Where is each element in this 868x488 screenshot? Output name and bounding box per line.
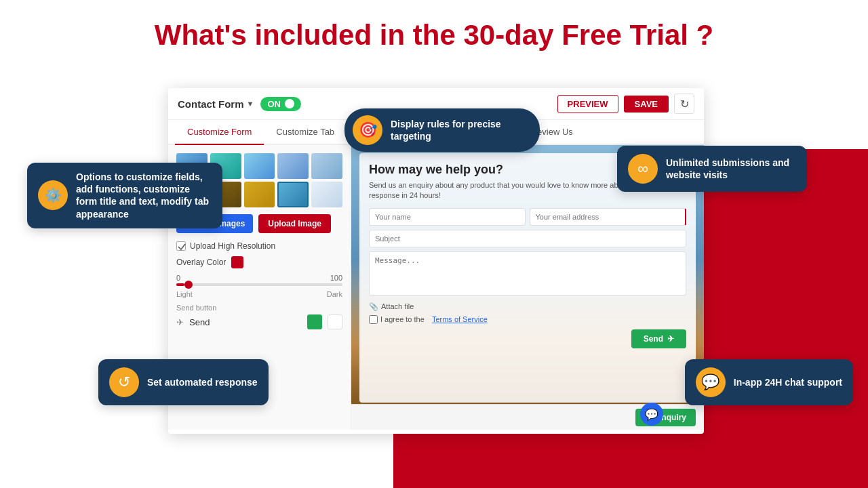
callout-display-rules: 🎯 Display rules for precise targeting: [344, 108, 540, 152]
upload-hires-label: Upload High Resolution: [190, 241, 275, 251]
automated-icon: ↺: [109, 367, 139, 397]
dark-label: Dark: [327, 290, 342, 298]
slider-fill: [176, 283, 184, 286]
send-color-green[interactable]: [307, 314, 322, 329]
paperclip-icon: 📎: [369, 302, 378, 311]
automated-text: Set automated response: [147, 376, 258, 388]
bottom-bar: 💬 ✉ Enquiry: [351, 404, 704, 430]
form-subject-row: [369, 230, 686, 247]
overlay-label: Overlay Color: [176, 258, 226, 267]
terms-row: I agree to the Terms of Service: [369, 315, 686, 324]
display-rules-icon: 🎯: [353, 115, 382, 145]
send-button-label: Send button: [176, 304, 342, 312]
terms-checkbox[interactable]: [369, 315, 378, 324]
img-cell-5[interactable]: [311, 153, 342, 179]
toggle-circle: [285, 99, 294, 108]
callout-automated: ↺ Set automated response: [98, 359, 269, 405]
unlimited-icon: ∞: [628, 154, 658, 184]
slider-labels: 0 100: [176, 274, 342, 282]
light-dark-row: Light Dark: [176, 290, 342, 298]
customize-icon: ⚙️: [38, 180, 68, 210]
tab-customize-form[interactable]: Customize Form: [175, 120, 264, 145]
display-rules-text: Display rules for precise targeting: [391, 118, 526, 142]
img-cell-10[interactable]: [311, 182, 342, 207]
light-label: Light: [176, 290, 193, 298]
chevron-down-icon: ▼: [247, 100, 254, 108]
email-input[interactable]: [530, 208, 687, 226]
attach-label: Attach file: [381, 302, 414, 310]
slider-row: 0 100: [176, 274, 342, 286]
unlimited-text: Unlimited submissions and website visits: [666, 157, 796, 181]
send-button-section: Send button ✈ Send: [176, 304, 342, 329]
overlay-color-swatch[interactable]: [231, 256, 243, 268]
form-send-button[interactable]: Send ✈: [631, 329, 686, 348]
message-textarea[interactable]: [369, 251, 686, 296]
send-row: ✈ Send: [176, 314, 342, 329]
send-color-white[interactable]: [328, 314, 342, 329]
upload-hires-checkbox[interactable]: [176, 241, 186, 251]
upload-hires-row: Upload High Resolution: [176, 241, 342, 251]
save-button[interactable]: SAVE: [624, 96, 669, 113]
slider-min: 0: [176, 274, 180, 282]
chat-support-icon: 💬: [696, 367, 726, 397]
slider-track[interactable]: [176, 283, 342, 286]
send-text: Send: [189, 317, 210, 327]
name-input[interactable]: [369, 208, 526, 226]
page-title: What's included in the 30-day Free Trial…: [0, 0, 868, 52]
form-name-email-row: [369, 208, 686, 226]
preview-button[interactable]: PREVIEW: [557, 95, 618, 113]
customize-text: Options to customize fields, add functio…: [76, 171, 212, 220]
toggle-on[interactable]: ON: [260, 97, 301, 111]
send-plane-icon: ✈: [667, 334, 674, 344]
img-cell-8[interactable]: [244, 182, 275, 207]
send-icon: ✈: [176, 317, 184, 327]
callout-chat: 💬 In-app 24H chat support: [685, 359, 853, 405]
callout-unlimited: ∞ Unlimited submissions and website visi…: [617, 146, 807, 192]
chat-bubble-button[interactable]: 💬: [640, 403, 663, 426]
terms-link[interactable]: Terms of Service: [432, 315, 488, 323]
terms-label: I agree to the: [380, 315, 425, 323]
form-name: Contact Form ▼: [178, 98, 254, 110]
img-cell-selected[interactable]: [277, 182, 309, 207]
img-cell-4[interactable]: [277, 153, 309, 179]
refresh-button[interactable]: ↻: [674, 94, 694, 114]
subject-input[interactable]: [369, 230, 686, 247]
chat-text: In-app 24H chat support: [734, 376, 842, 388]
upload-image-button[interactable]: Upload Image: [258, 214, 331, 233]
topbar-buttons: PREVIEW SAVE ↻: [557, 94, 694, 114]
attach-row: 📎 Attach file: [369, 302, 686, 311]
slider-thumb[interactable]: [184, 281, 193, 289]
slider-max: 100: [330, 274, 342, 282]
img-cell-3[interactable]: [244, 153, 275, 179]
callout-customize: ⚙️ Options to customize fields, add func…: [27, 163, 222, 228]
overlay-color-row: Overlay Color: [176, 256, 342, 268]
tab-customize-tab[interactable]: Customize Tab: [264, 120, 347, 144]
